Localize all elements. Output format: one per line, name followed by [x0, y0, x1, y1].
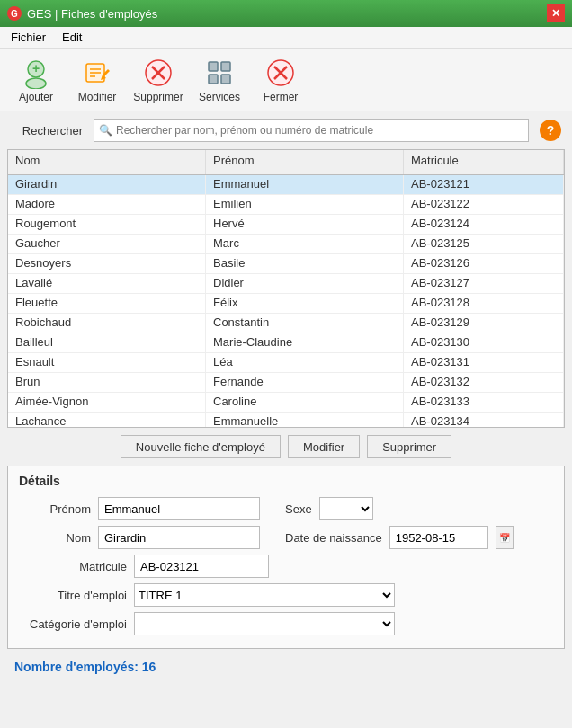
cell-prenom: Marie-Claudine	[206, 333, 404, 352]
cell-nom: Robichaud	[8, 314, 206, 333]
table-row[interactable]: Robichaud Constantin AB-023129	[8, 314, 564, 333]
dob-calendar-button[interactable]: 📅	[496, 526, 514, 549]
table-row[interactable]: Gaucher Marc AB-023125	[8, 235, 564, 254]
table-row[interactable]: Bailleul Marie-Claudine AB-023130	[8, 333, 564, 353]
prenom-input[interactable]	[98, 497, 260, 520]
cell-matricule: AB-023121	[404, 175, 564, 194]
cell-nom: Brun	[8, 373, 206, 392]
cell-matricule: AB-023130	[404, 333, 564, 352]
footer: Nombre d'employés: 16	[0, 656, 572, 681]
form-row-prenom: Prénom Sexe M F	[19, 497, 553, 520]
matricule-input[interactable]	[134, 555, 269, 578]
modify-employee-button[interactable]: Modifier	[288, 435, 360, 458]
matricule-label: Matricule	[19, 560, 127, 573]
search-icon: 🔍	[99, 124, 112, 137]
services-icon	[203, 57, 236, 89]
services-label: Services	[199, 91, 240, 103]
cell-nom: Lachance	[8, 413, 206, 427]
cell-prenom: Fernande	[206, 373, 404, 392]
table-row[interactable]: Madoré Emilien AB-023122	[8, 195, 564, 215]
form-row-nom: Nom Date de naissance 📅	[19, 526, 553, 549]
cell-matricule: AB-023127	[404, 274, 564, 293]
svg-text:+: +	[32, 61, 40, 75]
cell-prenom: Basile	[206, 254, 404, 273]
table-row[interactable]: Lavallé Didier AB-023127	[8, 274, 564, 294]
svg-rect-10	[209, 62, 218, 71]
table-row[interactable]: Lachance Emmanuelle AB-023134	[8, 413, 564, 427]
col-prenom: Prénom	[206, 150, 404, 174]
ajouter-button[interactable]: + Ajouter	[7, 53, 65, 107]
table-row[interactable]: Rougemont Hervé AB-023124	[8, 215, 564, 235]
form-row-matricule: Matricule	[19, 555, 553, 578]
table-row[interactable]: Desnoyers Basile AB-023126	[8, 254, 564, 274]
cell-prenom: Léa	[206, 353, 404, 372]
cell-nom: Lavallé	[8, 274, 206, 293]
table-body[interactable]: Girardin Emmanuel AB-023121 Madoré Emili…	[8, 175, 564, 427]
menu-fichier[interactable]: Fichier	[4, 29, 53, 46]
menu-bar: Fichier Edit	[0, 27, 572, 49]
titre-label: Titre d'emploi	[19, 589, 127, 602]
cell-prenom: Constantin	[206, 314, 404, 333]
svg-rect-13	[221, 75, 230, 84]
cell-nom: Rougemont	[8, 215, 206, 234]
modifier-icon	[81, 57, 113, 89]
table-row[interactable]: Girardin Emmanuel AB-023121	[8, 175, 564, 195]
menu-edit[interactable]: Edit	[55, 29, 89, 46]
nom-input[interactable]	[98, 526, 260, 549]
cell-nom: Aimée-Vignon	[8, 393, 206, 412]
dob-group: Date de naissance 📅	[285, 526, 514, 549]
svg-rect-12	[209, 75, 218, 84]
search-bar: Rechercher 🔍 ?	[0, 111, 572, 149]
cell-nom: Girardin	[8, 175, 206, 194]
supprimer-button[interactable]: Supprimer	[130, 53, 187, 107]
svg-rect-11	[221, 62, 230, 71]
action-bar: Nouvelle fiche d'employé Modifier Suppri…	[0, 428, 572, 466]
cell-nom: Esnault	[8, 353, 206, 372]
cell-matricule: AB-023131	[404, 353, 564, 372]
cell-prenom: Félix	[206, 294, 404, 313]
table-row[interactable]: Aimée-Vignon Caroline AB-023133	[8, 393, 564, 413]
modifier-button[interactable]: Modifier	[68, 53, 126, 107]
cell-matricule: AB-023129	[404, 314, 564, 333]
sexe-select[interactable]: M F	[319, 497, 373, 520]
form-row-titre: Titre d'emploi TITRE 1 TITRE 2	[19, 583, 553, 607]
cell-nom: Bailleul	[8, 333, 206, 352]
ajouter-label: Ajouter	[19, 91, 53, 103]
dob-label: Date de naissance	[285, 531, 382, 545]
dob-input[interactable]	[389, 526, 488, 549]
titre-select[interactable]: TITRE 1 TITRE 2	[134, 583, 395, 607]
sexe-group: Sexe M F	[285, 497, 373, 520]
cell-prenom: Emmanuel	[206, 175, 404, 194]
new-employee-button[interactable]: Nouvelle fiche d'employé	[121, 435, 281, 458]
table-row[interactable]: Esnault Léa AB-023131	[8, 353, 564, 373]
search-input[interactable]	[94, 119, 529, 142]
supprimer-label: Supprimer	[133, 91, 183, 103]
cell-nom: Desnoyers	[8, 254, 206, 273]
cell-prenom: Caroline	[206, 393, 404, 412]
details-section: Détails Prénom Sexe M F Nom Date de nais…	[7, 466, 565, 649]
title-bar: G GES | Fiches d'employés ✕	[0, 0, 572, 27]
employee-count: Nombre d'employés: 16	[14, 660, 156, 674]
cell-matricule: AB-023122	[404, 195, 564, 214]
delete-employee-button[interactable]: Supprimer	[367, 435, 451, 458]
help-button[interactable]: ?	[540, 120, 561, 141]
table-header: Nom Prénom Matricule	[8, 150, 564, 175]
nom-label: Nom	[19, 531, 91, 545]
cell-nom: Madoré	[8, 195, 206, 214]
close-window-button[interactable]: ✕	[547, 4, 565, 22]
fermer-button[interactable]: Fermer	[252, 53, 309, 107]
title-bar-left: G GES | Fiches d'employés	[7, 6, 157, 21]
cell-matricule: AB-023134	[404, 413, 564, 427]
fermer-icon	[264, 57, 297, 89]
svg-point-2	[26, 78, 46, 89]
details-title: Détails	[19, 474, 553, 488]
categorie-select[interactable]	[134, 612, 395, 635]
services-button[interactable]: Services	[191, 53, 248, 107]
table-row[interactable]: Fleuette Félix AB-023128	[8, 294, 564, 314]
table-row[interactable]: Brun Fernande AB-023132	[8, 373, 564, 393]
cell-nom: Gaucher	[8, 235, 206, 253]
modifier-label: Modifier	[78, 91, 117, 103]
cell-prenom: Didier	[206, 274, 404, 293]
search-input-wrap: 🔍	[94, 119, 529, 142]
cell-prenom: Hervé	[206, 215, 404, 234]
